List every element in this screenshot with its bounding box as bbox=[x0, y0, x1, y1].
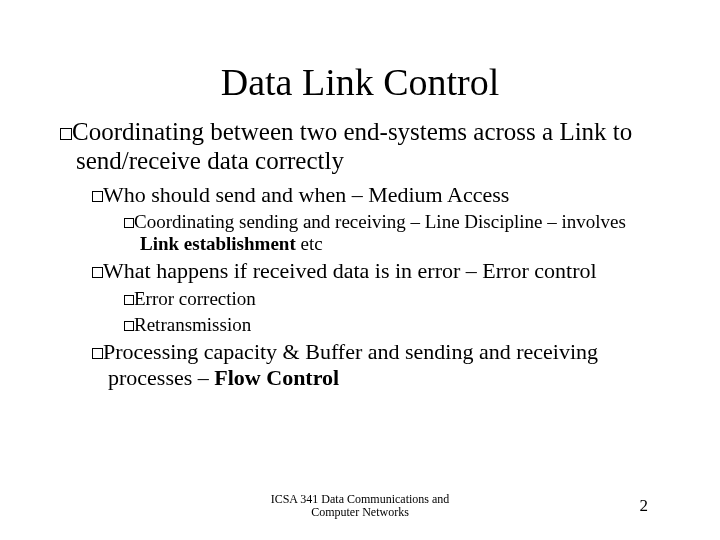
bullet-text: Error correction bbox=[134, 288, 256, 309]
bullet-text: Retransmission bbox=[134, 314, 251, 335]
square-bullet-icon bbox=[92, 348, 103, 359]
square-bullet-icon bbox=[124, 218, 134, 228]
square-bullet-icon bbox=[92, 267, 103, 278]
slide-title: Data Link Control bbox=[60, 60, 660, 104]
bullet-level2-medium-access: Who should send and when – Medium Access bbox=[108, 182, 660, 207]
bullet-text-bold: Link establishment bbox=[140, 233, 296, 254]
slide-footer: ICSA 341 Data Communications and Compute… bbox=[0, 493, 720, 520]
square-bullet-icon bbox=[92, 191, 103, 202]
bullet-text: What happens if received data is in erro… bbox=[103, 258, 597, 283]
bullet-level3-line-discipline: Coordinating sending and receiving – Lin… bbox=[140, 211, 660, 255]
bullet-level1-coordinating: Coordinating between two end-systems acr… bbox=[76, 118, 660, 176]
footer-line1: ICSA 341 Data Communications and bbox=[271, 492, 450, 506]
bullet-text-pre: Coordinating sending and receiving – Lin… bbox=[134, 211, 626, 232]
square-bullet-icon bbox=[124, 295, 134, 305]
bullet-text-pre: Processing capacity & Buffer and sending… bbox=[103, 339, 598, 389]
bullet-text-bold: Flow Control bbox=[214, 365, 339, 390]
footer-line2: Computer Networks bbox=[311, 505, 409, 519]
bullet-text: Who should send and when – Medium Access bbox=[103, 182, 509, 207]
footer-text: ICSA 341 Data Communications and Compute… bbox=[260, 493, 460, 519]
square-bullet-icon bbox=[60, 128, 72, 140]
bullet-level3-error-correction: Error correction bbox=[140, 288, 660, 310]
bullet-level3-retransmission: Retransmission bbox=[140, 314, 660, 336]
bullet-text-post: etc bbox=[296, 233, 323, 254]
slide-content: Data Link Control Coordinating between t… bbox=[0, 0, 720, 390]
bullet-level2-error-control: What happens if received data is in erro… bbox=[108, 258, 660, 283]
bullet-level2-flow-control: Processing capacity & Buffer and sending… bbox=[108, 339, 660, 390]
square-bullet-icon bbox=[124, 321, 134, 331]
bullet-text: Coordinating between two end-systems acr… bbox=[72, 118, 632, 174]
page-number: 2 bbox=[640, 496, 649, 516]
